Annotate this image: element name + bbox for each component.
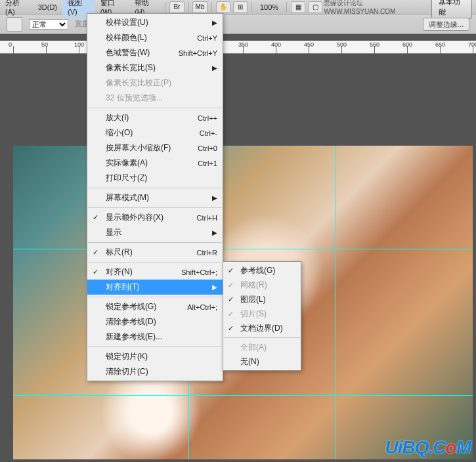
canvas-area — [0, 54, 476, 462]
watermark-text: UiBQ.CoM — [385, 437, 471, 458]
menu-separator — [88, 188, 222, 188]
menu-proof-colors[interactable]: 校样颜色(L)Ctrl+Y — [87, 30, 223, 45]
menu-gamut-warning[interactable]: 色域警告(W)Shift+Ctrl+Y — [87, 45, 223, 60]
separator — [165, 2, 165, 12]
separator — [188, 2, 189, 12]
arrange-icon[interactable]: ▦ — [291, 1, 305, 13]
menu-actual-pixels[interactable]: 实际像素(A)Ctrl+1 — [87, 156, 223, 171]
menu-separator — [224, 337, 300, 338]
menu-clear-guides[interactable]: 清除参考线(D) — [87, 314, 223, 329]
menu-new-guide[interactable]: 新建参考线(E)... — [87, 329, 223, 345]
menu-lock-guides[interactable]: 锁定参考线(G)Alt+Ctrl+; — [87, 299, 223, 314]
menu-screen-mode[interactable]: 屏幕模式(M)▶ — [87, 190, 223, 205]
tool-preset-icon[interactable] — [7, 17, 22, 32]
checkmark-icon: ✓ — [228, 266, 234, 275]
submenu-arrow-icon: ▶ — [212, 229, 217, 236]
refine-edge-button[interactable]: 调整边缘... — [423, 18, 469, 31]
menu-zoom-in[interactable]: 放大(I)Ctrl++ — [87, 110, 223, 125]
separator — [251, 2, 252, 12]
menu-separator — [88, 262, 222, 262]
blend-mode-select[interactable]: 正常 — [29, 19, 68, 30]
menu-snap[interactable]: ✓对齐(N)Shift+Ctrl+; — [87, 264, 223, 280]
snap-to-submenu: ✓参考线(G) ✓网格(R) ✓图层(L) ✓切片(S) ✓文档边界(D) 全部… — [223, 261, 301, 371]
zoom-level[interactable]: 100% — [255, 1, 284, 13]
menu-32bit-preview: 32 位预览选项... — [87, 91, 223, 106]
forum-text: 思缘设计论坛 WWW.MISSYUAN.COM — [324, 0, 426, 15]
snap-none[interactable]: 无(N) — [223, 354, 301, 369]
menu-separator — [88, 207, 222, 208]
menu-separator — [88, 346, 222, 347]
snap-all: 全部(A) — [223, 340, 301, 354]
main-menubar: 分析(A) 3D(D) 视图(V) 窗口(W) 帮助(H) Br Mb ✋ ⊞ … — [0, 0, 476, 14]
menu-zoom-out[interactable]: 缩小(O)Ctrl+- — [87, 125, 223, 140]
checkmark-icon: ✓ — [228, 295, 234, 304]
separator — [211, 2, 212, 12]
submenu-arrow-icon: ▶ — [212, 64, 217, 72]
menu-separator — [88, 242, 222, 243]
screen-icon[interactable]: ▢ — [308, 1, 322, 13]
menu-analysis[interactable]: 分析(A) — [0, 0, 33, 18]
guide-horizontal[interactable] — [13, 249, 473, 249]
menu-print-size[interactable]: 打印尺寸(Z) — [87, 171, 223, 186]
guide-horizontal[interactable] — [13, 395, 473, 396]
guide-vertical[interactable] — [335, 146, 335, 459]
submenu-arrow-icon: ▶ — [212, 284, 217, 291]
workspace-selector[interactable]: 基本功能 — [431, 0, 472, 19]
snap-guides[interactable]: ✓参考线(G) — [223, 263, 301, 278]
submenu-arrow-icon: ▶ — [212, 194, 217, 201]
menu-clear-slices[interactable]: 清除切片(C) — [87, 364, 223, 379]
view-zoom-icon[interactable]: ⊞ — [233, 1, 248, 13]
mb-icon[interactable]: Mb — [192, 1, 207, 13]
snap-doc-bounds[interactable]: ✓文档边界(D) — [223, 321, 301, 335]
view-menu-dropdown: 校样设置(U)▶ 校样颜色(L)Ctrl+Y 色域警告(W)Shift+Ctrl… — [87, 13, 223, 381]
menu-lock-slices[interactable]: 锁定切片(K) — [87, 349, 223, 364]
menu-separator — [88, 297, 222, 297]
checkmark-icon: ✓ — [93, 248, 98, 257]
menu-separator — [88, 108, 222, 108]
horizontal-ruler: 0 50 100 350 400 450 500 550 600 650 700 — [0, 41, 476, 54]
checkmark-icon: ✓ — [228, 310, 234, 318]
checkmark-icon: ✓ — [93, 213, 98, 222]
menu-proof-setup[interactable]: 校样设置(U)▶ — [87, 15, 223, 30]
menu-extras[interactable]: ✓显示额外内容(X)Ctrl+H — [87, 210, 223, 225]
menu-pixel-aspect[interactable]: 像素长宽比(S)▶ — [87, 60, 223, 75]
menu-3d[interactable]: 3D(D) — [33, 1, 62, 13]
submenu-arrow-icon: ▶ — [212, 19, 217, 26]
menu-show[interactable]: 显示▶ — [87, 225, 223, 240]
checkmark-icon: ✓ — [228, 281, 234, 289]
menu-snap-to[interactable]: 对齐到(T)▶ — [87, 280, 223, 295]
snap-layers[interactable]: ✓图层(L) — [223, 292, 301, 306]
checkmark-icon: ✓ — [93, 268, 98, 276]
menu-pixel-aspect-correct: 像素长宽比校正(P) — [87, 75, 223, 91]
menu-fit-screen[interactable]: 按屏幕大小缩放(F)Ctrl+0 — [87, 140, 223, 156]
snap-grid: ✓网格(R) — [223, 278, 301, 292]
menu-rulers[interactable]: ✓标尺(R)Ctrl+R — [87, 245, 223, 260]
snap-slices: ✓切片(S) — [223, 306, 301, 321]
separator — [286, 2, 287, 12]
checkmark-icon: ✓ — [228, 324, 234, 333]
bridge-icon[interactable]: Br — [169, 1, 184, 13]
view-hand-icon[interactable]: ✋ — [216, 1, 230, 13]
